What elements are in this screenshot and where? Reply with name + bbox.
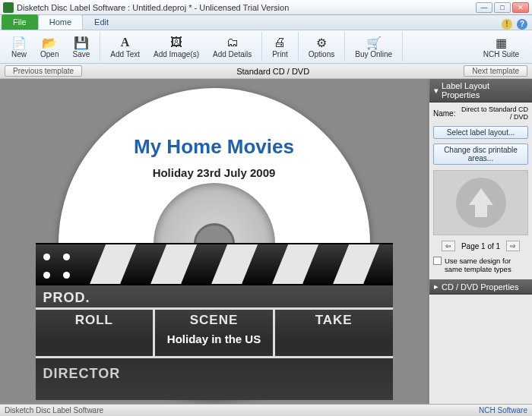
- window-titlebar: Disketch Disc Label Software : Untitled.…: [0, 0, 532, 15]
- clapperboard-graphic[interactable]: PROD. ROLL SCENEHoliday in the US TAKE D…: [36, 243, 393, 404]
- add-details-label: Add Details: [213, 50, 252, 58]
- lightbulb-icon[interactable]: !: [502, 19, 512, 30]
- properties-panel: ▾Label Layout Properties Name: Direct to…: [429, 79, 532, 404]
- add-details-button[interactable]: 🗂Add Details: [206, 33, 258, 61]
- status-right-link[interactable]: NCH Software: [479, 406, 527, 414]
- printer-icon: 🖨: [272, 35, 287, 50]
- save-button[interactable]: 💾Save: [65, 33, 97, 61]
- ribbon-tabstrip: File Home Edit ! ?: [0, 15, 532, 30]
- nch-suite-label: NCH Suite: [483, 50, 519, 58]
- floppy-disk-icon: 💾: [74, 35, 89, 50]
- cart-icon: 🛒: [366, 35, 382, 50]
- name-label: Name:: [433, 109, 455, 118]
- tab-edit[interactable]: Edit: [83, 14, 120, 30]
- page-indicator: Page 1 of 1: [461, 242, 500, 251]
- print-button[interactable]: 🖨Print: [265, 33, 295, 61]
- add-text-button[interactable]: AAdd Text: [103, 33, 147, 61]
- new-label: New: [11, 50, 27, 58]
- page-next-button[interactable]: ⇨: [506, 241, 520, 251]
- buy-online-label: Buy Online: [355, 50, 392, 58]
- design-canvas[interactable]: My Home Movies Holiday 23rd July 2009: [0, 79, 429, 404]
- slate-scene-header: SCENE: [158, 313, 270, 328]
- details-icon: 🗂: [225, 35, 240, 50]
- slate-prod-label: PROD.: [36, 285, 393, 310]
- chevron-down-icon: ▾: [434, 86, 439, 96]
- chevron-right-icon: ▸: [434, 282, 439, 292]
- status-bar: Disketch Disc Label Software NCH Softwar…: [0, 404, 532, 416]
- template-strip: Previous template Standard CD / DVD Next…: [0, 64, 532, 79]
- add-images-button[interactable]: 🖼Add Image(s): [147, 33, 206, 61]
- layout-thumbnail[interactable]: [433, 170, 528, 235]
- status-left: Disketch Disc Label Software: [5, 406, 103, 414]
- nch-suite-button[interactable]: ▦NCH Suite: [477, 33, 526, 61]
- grid-icon: ▦: [493, 35, 508, 50]
- window-close-button[interactable]: ✕: [512, 2, 529, 13]
- add-text-label: Add Text: [110, 50, 140, 58]
- cd-dvd-properties-header[interactable]: ▸CD / DVD Properties: [429, 279, 532, 295]
- clapper-sticks: [36, 243, 393, 285]
- change-printable-areas-button[interactable]: Change disc printable areas...: [433, 143, 528, 165]
- slate-scene-value[interactable]: Holiday in the US: [158, 332, 270, 345]
- select-label-layout-button[interactable]: Select label layout...: [433, 126, 528, 139]
- open-label: Open: [40, 50, 59, 58]
- help-icon[interactable]: ?: [517, 19, 527, 30]
- text-icon: A: [118, 35, 133, 50]
- app-icon: [3, 2, 14, 13]
- options-label: Options: [309, 50, 334, 58]
- add-images-label: Add Image(s): [154, 50, 199, 58]
- window-maximize-button[interactable]: □: [494, 2, 511, 13]
- open-button[interactable]: 📂Open: [33, 33, 65, 61]
- disc-title-text[interactable]: My Home Movies: [59, 135, 370, 159]
- next-template-button[interactable]: Next template: [464, 65, 527, 77]
- gear-icon: ⚙: [314, 35, 329, 50]
- slate-take-header: TAKE: [278, 313, 390, 328]
- arrow-up-icon: [469, 188, 493, 205]
- label-layout-header[interactable]: ▾Label Layout Properties: [429, 79, 532, 102]
- new-file-icon: 📄: [11, 35, 27, 50]
- page-prev-button[interactable]: ⇦: [442, 241, 455, 251]
- save-label: Save: [72, 50, 90, 58]
- tab-file[interactable]: File: [2, 14, 38, 30]
- folder-open-icon: 📂: [42, 35, 57, 50]
- name-value: Direct to Standard CD / DVD: [458, 106, 528, 121]
- previous-template-button[interactable]: Previous template: [5, 65, 82, 77]
- tab-home[interactable]: Home: [38, 14, 83, 30]
- same-design-checkbox[interactable]: [433, 257, 442, 265]
- print-label: Print: [272, 50, 288, 58]
- current-template-label: Standard CD / DVD: [82, 67, 464, 76]
- new-button[interactable]: 📄New: [5, 33, 33, 61]
- slate-director-label: DIRECTOR: [36, 358, 393, 385]
- slate-roll-header: ROLL: [39, 313, 150, 328]
- thumbnail-disc-icon: [456, 178, 506, 228]
- window-minimize-button[interactable]: —: [476, 2, 492, 13]
- window-title: Disketch Disc Label Software : Untitled.…: [17, 3, 289, 12]
- ribbon-toolbar: 📄New 📂Open 💾Save AAdd Text 🖼Add Image(s)…: [0, 30, 532, 64]
- buy-online-button[interactable]: 🛒Buy Online: [348, 33, 399, 61]
- image-icon: 🖼: [169, 35, 184, 50]
- options-button[interactable]: ⚙Options: [302, 33, 341, 61]
- same-design-label: Use same design for same template types: [445, 257, 528, 273]
- disc-subtitle-text[interactable]: Holiday 23rd July 2009: [59, 166, 370, 179]
